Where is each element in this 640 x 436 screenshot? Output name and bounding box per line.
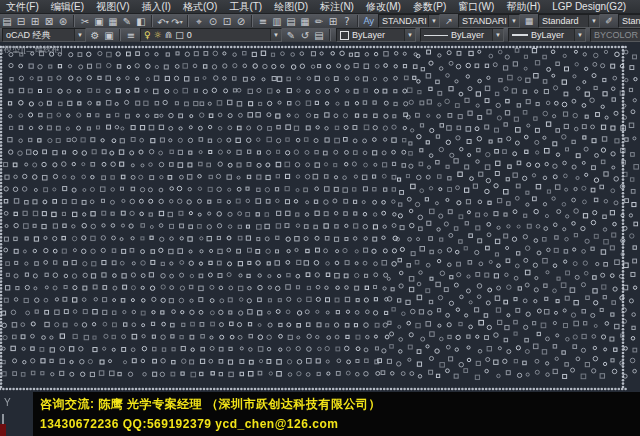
- linetype-combo[interactable]: ByLayer▼: [420, 28, 504, 42]
- menu-item-11[interactable]: 帮助(H): [500, 0, 546, 13]
- drawing-viewport: [模型][二维线框] Y 咨询交流: 陈鹰 光学专案经理 （深圳市跃创达科技有限…: [0, 42, 640, 436]
- display-lock-icon[interactable]: ▣: [103, 29, 116, 42]
- menu-item-7[interactable]: 标注(N): [314, 0, 360, 13]
- table-style-combo[interactable]: Standard▼: [538, 14, 600, 28]
- toolbar-separator: [357, 15, 359, 27]
- block-editor-icon[interactable]: ◧: [135, 15, 148, 28]
- lineweight-combo-line-sample: [512, 34, 528, 36]
- toolbar-separator: [251, 15, 253, 27]
- linetype-combo-value: ByLayer: [448, 30, 492, 40]
- linetype-combo-line-sample: [424, 35, 448, 36]
- pan-icon[interactable]: ⌖: [193, 15, 206, 28]
- menu-item-12[interactable]: LGP Design(G2): [546, 0, 632, 13]
- text-style-combo-value: STANDARI: [379, 16, 428, 26]
- publish-icon[interactable]: ⊠: [43, 15, 56, 28]
- toolbar-separator: [73, 15, 75, 27]
- table-style-icon[interactable]: ▦: [523, 15, 536, 28]
- color-combo-arrow[interactable]: ▼: [404, 29, 415, 41]
- plot-icon[interactable]: ⊟: [15, 15, 28, 28]
- zoom-window-icon[interactable]: ⊡: [221, 15, 234, 28]
- layer-color-swatch-icon: □: [175, 29, 184, 41]
- menu-item-0[interactable]: 文件(F): [0, 0, 45, 13]
- text-style-combo[interactable]: STANDARI▼: [378, 14, 440, 28]
- ucs-y-axis-label: Y: [4, 397, 11, 408]
- zoom-previous-icon[interactable]: ⊘: [235, 15, 248, 28]
- layer-on-icon: ♀: [144, 29, 151, 41]
- menu-item-4[interactable]: 格式(O): [177, 0, 223, 13]
- save-icon[interactable]: ▤: [1, 15, 14, 28]
- toolbar-separator: [119, 29, 121, 41]
- dim-style-combo-arrow[interactable]: ▼: [508, 15, 519, 27]
- menu-item-8[interactable]: 修改(M): [360, 0, 407, 13]
- contact-banner: 咨询交流: 陈鹰 光学专案经理 （深圳市跃创达科技有限公司） 134306722…: [33, 392, 640, 436]
- markup-set-manager-icon[interactable]: ✏: [313, 15, 326, 28]
- text-style-combo-arrow[interactable]: ▼: [428, 15, 439, 27]
- dim-style-icon[interactable]: ↗: [443, 15, 456, 28]
- toolbar-separator: [151, 15, 153, 27]
- help-icon[interactable]: ?: [341, 15, 354, 28]
- quickcalc-icon[interactable]: ⊞: [327, 15, 340, 28]
- layer-combo-arrow[interactable]: ▼: [270, 29, 281, 41]
- zoom-realtime-icon[interactable]: ⊙: [207, 15, 220, 28]
- paste-icon[interactable]: ▦: [107, 15, 120, 28]
- lineweight-combo-value: ByLayer: [528, 30, 574, 40]
- web-icon[interactable]: ⊛: [57, 15, 70, 28]
- layer-combo[interactable]: ♀☼⋒□0▼: [140, 28, 282, 42]
- dim-style-combo-value: STANDARI: [459, 16, 508, 26]
- banner-contact-line: 咨询交流: 陈鹰 光学专案经理 （深圳市跃创达科技有限公司）: [40, 396, 381, 413]
- dim-style-combo[interactable]: STANDARI▼: [458, 14, 520, 28]
- menu-item-2[interactable]: 视图(V): [90, 0, 135, 13]
- properties-toolbar: oCAD 经典▼⚙▣≡♀☼⋒□0▼✎↺▤ByLayer▼ByLayer▼ByLa…: [0, 28, 640, 43]
- layer-combo-value: 0: [184, 30, 270, 40]
- plot-preview-icon[interactable]: ⊞: [29, 15, 42, 28]
- corner-red-block: [0, 424, 6, 436]
- banner-phone-line: 13430672236 QQ:569192379 ycd_chen@126.co…: [40, 417, 338, 431]
- designcenter-icon[interactable]: ▥: [271, 15, 284, 28]
- table-style-combo-arrow[interactable]: ▼: [588, 15, 599, 27]
- color-combo[interactable]: ByLayer▼: [336, 28, 416, 42]
- tool-palettes-icon[interactable]: ▤: [285, 15, 298, 28]
- menu-item-3[interactable]: 插入(I): [135, 0, 176, 13]
- menu-item-5[interactable]: 工具(T): [223, 0, 268, 13]
- menu-item-9[interactable]: 参数(P): [407, 0, 452, 13]
- mleader-style-combo-value: Standard: [619, 16, 640, 26]
- lineweight-combo[interactable]: ByLayer▼: [508, 28, 586, 42]
- properties-icon[interactable]: ≡: [257, 15, 270, 28]
- workspace-combo-value: oCAD 经典: [3, 29, 74, 42]
- color-combo-value: ByLayer: [349, 30, 404, 40]
- plot-style-combo-value: BYCOLOR: [591, 30, 640, 40]
- toolbar-separator: [329, 29, 331, 41]
- copy-icon[interactable]: ▣: [93, 15, 106, 28]
- layer-previous-icon[interactable]: ↺: [299, 29, 312, 42]
- workspace-combo-arrow[interactable]: ▼: [74, 29, 85, 41]
- mleader-style-icon[interactable]: ✐: [603, 15, 616, 28]
- mleader-style-combo[interactable]: Standard: [618, 14, 640, 28]
- undo-icon[interactable]: ↶▾: [157, 15, 170, 28]
- layer-freeze-icon: ☼: [154, 29, 162, 41]
- linetype-combo-arrow[interactable]: ▼: [492, 29, 503, 41]
- match-properties-icon[interactable]: ✎: [121, 15, 134, 28]
- menu-item-1[interactable]: 编辑(E): [45, 0, 90, 13]
- toolbar-separator: [187, 15, 189, 27]
- layer-lock-icon: ⋒: [165, 29, 173, 41]
- cut-icon[interactable]: ✂: [79, 15, 92, 28]
- standard-toolbar: ▤⊟⊞⊠⊛✂▣▦✎◧↶▾↷▾⌖⊙⊡⊘≡▥▤▦✏⊞?AySTANDARI▼↗STA…: [0, 14, 640, 29]
- redo-icon[interactable]: ↷▾: [171, 15, 184, 28]
- table-style-combo-value: Standard: [539, 16, 588, 26]
- text-style-icon[interactable]: Ay: [363, 15, 376, 28]
- plot-style-combo[interactable]: BYCOLOR▼: [590, 28, 640, 42]
- make-object-layer-current-icon[interactable]: ✎: [285, 29, 298, 42]
- viewport-controls-label[interactable]: [模型][二维线框]: [1, 44, 63, 55]
- workspace-settings-icon[interactable]: ⚙: [89, 29, 102, 42]
- color-combo-swatch: [340, 31, 349, 40]
- autocad-window: 文件(F)编辑(E)视图(V)插入(I)格式(O)工具(T)绘图(D)标注(N)…: [0, 0, 640, 436]
- menu-item-6[interactable]: 绘图(D): [268, 0, 314, 13]
- layer-states-icon[interactable]: ▤: [313, 29, 326, 42]
- lineweight-combo-arrow[interactable]: ▼: [574, 29, 585, 41]
- workspace-combo[interactable]: oCAD 经典▼: [2, 28, 86, 42]
- menu-item-10[interactable]: 窗口(W): [452, 0, 500, 13]
- layer-properties-manager-icon[interactable]: ≡: [125, 29, 138, 42]
- drawing-canvas[interactable]: [0, 42, 640, 436]
- sheet-set-manager-icon[interactable]: ▦: [299, 15, 312, 28]
- menu-bar: 文件(F)编辑(E)视图(V)插入(I)格式(O)工具(T)绘图(D)标注(N)…: [0, 0, 640, 14]
